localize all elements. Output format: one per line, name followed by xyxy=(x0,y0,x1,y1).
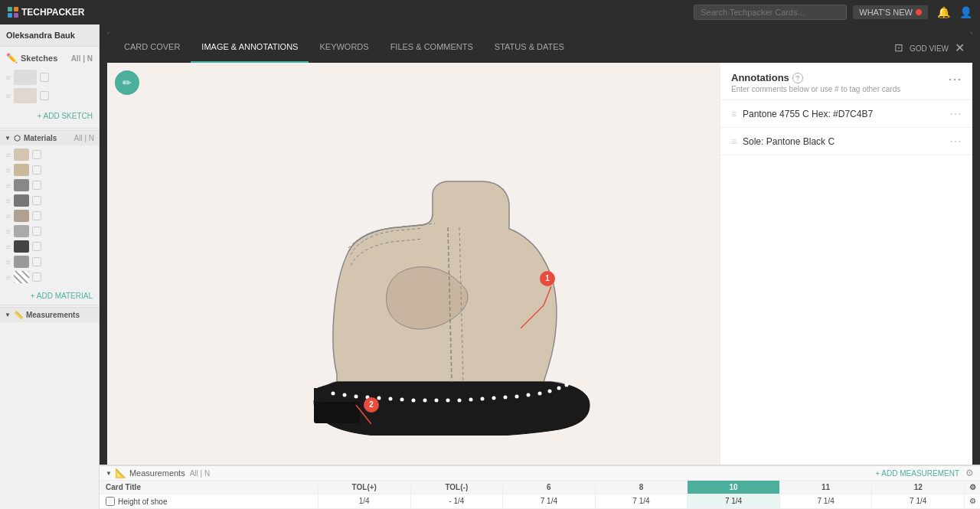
drag-handle-icon: ≡ xyxy=(731,136,737,147)
cell-title: Height of shoe xyxy=(100,494,318,508)
material-item: ≡ xyxy=(3,269,96,285)
topbar-right: WHAT'S NEW 🔔 👤 xyxy=(853,5,972,19)
god-view-icon[interactable]: GOD VIEW xyxy=(910,41,949,54)
material-checkbox[interactable] xyxy=(32,211,41,220)
add-material-button[interactable]: + ADD MATERIAL xyxy=(31,292,93,300)
drag-handle-icon: ≡ xyxy=(6,227,11,236)
sketches-label: Sketches xyxy=(21,54,57,63)
sketch-item: ≡ xyxy=(3,68,96,86)
drag-handle-icon: ≡ xyxy=(6,73,11,82)
logo-icon xyxy=(8,7,18,18)
app-name: TECHPACKER xyxy=(21,7,84,18)
help-icon[interactable]: ? xyxy=(792,73,803,83)
drag-handle-icon: ≡ xyxy=(6,258,11,266)
tab-keywords[interactable]: KEYWORDS xyxy=(309,32,379,63)
sketches-all-link[interactable]: All | N xyxy=(71,54,93,63)
material-checkbox[interactable] xyxy=(32,181,41,190)
col-header-options: ⚙ xyxy=(965,481,980,494)
annotations-title-group: Annotations ? Enter comments below or us… xyxy=(731,72,900,93)
tab-status-dates[interactable]: STATUS & DATES xyxy=(484,32,575,63)
chevron-down-icon: ▼ xyxy=(5,312,11,318)
close-button[interactable]: ✕ xyxy=(955,41,965,55)
annotation-item-1: ≡ Pantone 4755 C Hex: #D7C4B7 ⋯ xyxy=(720,100,972,128)
more-options-button[interactable]: ⋯ xyxy=(948,72,962,86)
measurements-label: Measurements xyxy=(26,311,80,319)
material-checkbox[interactable] xyxy=(32,272,41,282)
whats-new-button[interactable]: WHAT'S NEW xyxy=(853,5,928,19)
divider xyxy=(0,128,99,129)
material-items: ≡ ≡ ≡ ≡ xyxy=(0,145,99,286)
topbar: TECHPACKER WHAT'S NEW 🔔 👤 xyxy=(0,0,980,24)
materials-all[interactable]: All | N xyxy=(74,134,95,142)
annotation-dot-2[interactable]: 2 xyxy=(364,397,379,413)
materials-section-toggle[interactable]: ▼ ⬡ Materials All | N xyxy=(0,130,99,145)
divider xyxy=(0,305,99,305)
tab-card-cover[interactable]: CARD COVER xyxy=(113,32,191,63)
annotation-dot-1[interactable]: 1 xyxy=(540,271,555,286)
material-checkbox[interactable] xyxy=(32,165,41,175)
add-measurement-button[interactable]: + ADD MEASUREMENT xyxy=(875,469,959,478)
svg-point-17 xyxy=(527,393,531,396)
material-swatch xyxy=(14,210,29,222)
drag-handle-icon: ≡ xyxy=(6,273,11,282)
material-checkbox[interactable] xyxy=(32,196,41,205)
material-checkbox[interactable] xyxy=(32,150,41,159)
sketch-thumbnail xyxy=(14,88,37,103)
material-checkbox[interactable] xyxy=(32,257,41,266)
user-icon[interactable]: 👤 xyxy=(959,6,972,18)
tab-image-annotations[interactable]: IMAGE & ANNOTATIONS xyxy=(191,32,309,63)
svg-point-12 xyxy=(469,397,473,401)
cell-s8: 7 1/4 xyxy=(596,494,688,508)
bell-icon[interactable]: 🔔 xyxy=(937,6,950,18)
svg-point-19 xyxy=(548,389,552,393)
drag-handle-icon: ≡ xyxy=(731,109,737,119)
svg-point-9 xyxy=(435,398,439,402)
annotation-more-button[interactable]: ⋯ xyxy=(949,134,962,148)
material-swatch xyxy=(14,271,29,283)
tab-files-comments[interactable]: FILES & COMMENTS xyxy=(380,32,484,63)
add-sketch-button[interactable]: + ADD SKETCH xyxy=(37,112,93,120)
annotation-more-button[interactable]: ⋯ xyxy=(949,106,962,121)
svg-point-15 xyxy=(504,395,508,399)
svg-point-2 xyxy=(354,394,358,398)
material-item: ≡ xyxy=(3,147,96,162)
cell-s12: 7 1/4 xyxy=(872,494,965,508)
col-header-12: 12 xyxy=(872,481,965,494)
material-checkbox[interactable] xyxy=(32,227,41,236)
sketches-section: ✏️ Sketches All | N ≡ ≡ xyxy=(0,47,99,126)
material-swatch xyxy=(14,148,29,161)
col-header-10: 10 xyxy=(688,481,780,494)
sketch-checkbox[interactable] xyxy=(40,73,49,82)
row-checkbox[interactable] xyxy=(106,497,115,506)
sketch-checkbox[interactable] xyxy=(40,91,49,100)
material-item: ≡ xyxy=(3,178,96,193)
material-swatch xyxy=(14,179,29,191)
drag-handle-icon: ≡ xyxy=(6,243,11,251)
settings-icon[interactable]: ⚙ xyxy=(965,468,974,478)
sketch-items: ≡ ≡ xyxy=(0,67,99,106)
ruler-icon: 📐 xyxy=(115,468,126,478)
annotations-panel: Annotations ? Enter comments below or us… xyxy=(720,63,972,501)
annotations-header: Annotations ? Enter comments below or us… xyxy=(720,63,972,100)
svg-point-21 xyxy=(565,383,569,387)
measurements-section-toggle[interactable]: ▼ 📏 Measurements xyxy=(0,307,99,322)
pencil-button[interactable]: ✏ xyxy=(115,70,139,95)
svg-point-20 xyxy=(557,386,561,390)
cell-s11: 7 1/4 xyxy=(780,494,873,508)
sketch-item: ≡ xyxy=(3,86,96,105)
search-input[interactable] xyxy=(694,5,847,20)
material-item: ≡ xyxy=(3,254,96,269)
measurements-section-header: ▼ 📐 Measurements All | N + ADD MEASUREME… xyxy=(100,466,980,481)
svg-point-5 xyxy=(389,396,393,400)
svg-point-16 xyxy=(515,394,519,398)
col-header-6: 6 xyxy=(503,481,596,494)
cell-options[interactable]: ⚙ xyxy=(965,494,980,508)
svg-point-8 xyxy=(423,398,427,402)
modal-body: ✏ xyxy=(107,63,972,501)
table-data-row: Height of shoe 1/4 - 1/4 7 1/4 7 1/4 7 1… xyxy=(100,494,980,509)
material-item: ≡ xyxy=(3,162,96,178)
col-header-11: 11 xyxy=(780,481,873,494)
maximize-icon[interactable]: ⊡ xyxy=(894,41,903,54)
modal: CARD COVER IMAGE & ANNOTATIONS KEYWORDS … xyxy=(107,32,972,501)
material-checkbox[interactable] xyxy=(32,242,41,251)
